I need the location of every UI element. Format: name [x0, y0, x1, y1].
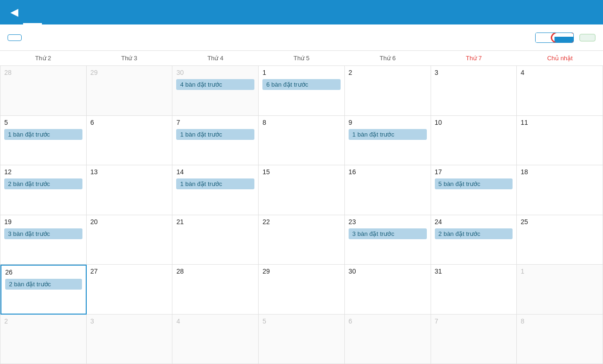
nav-tab-khach-sap-den[interactable]	[61, 0, 80, 24]
calendar-header-Chủ-nhật: Chủ nhật	[517, 51, 603, 65]
week-view-button[interactable]	[536, 33, 554, 42]
calendar-header-Thứ-2: Thứ 2	[0, 51, 86, 65]
day-number: 3	[90, 317, 169, 325]
calendar-cell-week5-day6[interactable]: 8	[517, 315, 603, 364]
calendar-cell-week1-day5[interactable]: 10	[431, 116, 517, 166]
calendar-cell-week1-day1[interactable]: 6	[87, 116, 173, 166]
calendar-cell-week3-day2[interactable]: 21	[172, 215, 259, 265]
day-number: 28	[4, 69, 82, 76]
calendar-container: Thứ 2Thứ 3Thứ 4Thứ 5Thứ 6Thứ 7Chủ nhật 2…	[0, 51, 603, 364]
reservation-badge[interactable]: 5 bàn đặt trước	[435, 178, 513, 189]
calendar-cell-week4-day1[interactable]: 27	[87, 265, 173, 315]
today-button[interactable]	[8, 34, 22, 41]
calendar-cell-week3-day5[interactable]: 242 bàn đặt trước	[431, 215, 517, 265]
calendar-cell-week5-day3[interactable]: 5	[259, 315, 345, 364]
calendar-cell-week1-day3[interactable]: 8	[259, 116, 345, 166]
reservation-badge[interactable]: 1 bàn đặt trước	[349, 129, 427, 140]
calendar-cell-week5-day0[interactable]: 2	[0, 315, 87, 364]
day-number: 1	[521, 267, 599, 275]
calendar-cell-week3-day4[interactable]: 233 bàn đặt trước	[345, 215, 431, 265]
reservation-badge[interactable]: 3 bàn đặt trước	[4, 228, 82, 239]
day-number: 14	[176, 168, 254, 176]
day-number: 21	[176, 218, 254, 226]
day-number: 25	[521, 218, 599, 226]
calendar-cell-week3-day0[interactable]: 193 bàn đặt trước	[0, 215, 87, 265]
calendar-cell-week2-day6[interactable]: 18	[517, 165, 603, 215]
day-number: 26	[5, 268, 82, 276]
calendar-cell-week2-day0[interactable]: 122 bàn đặt trước	[0, 165, 87, 215]
calendar-header: Thứ 2Thứ 3Thứ 4Thứ 5Thứ 6Thứ 7Chủ nhật	[0, 51, 603, 66]
day-number: 29	[90, 69, 169, 76]
month-view-wrapper	[554, 33, 573, 42]
reservation-badge[interactable]: 2 bàn đặt trước	[435, 228, 513, 239]
calendar-cell-week0-day6[interactable]: 4	[517, 66, 603, 116]
day-number: 28	[176, 267, 254, 275]
reservation-badge[interactable]: 2 bàn đặt trước	[4, 178, 82, 189]
reservation-badge[interactable]: 2 bàn đặt trước	[5, 279, 82, 290]
day-number: 4	[176, 317, 254, 325]
view-switcher	[535, 32, 574, 43]
calendar-cell-week1-day6[interactable]: 11	[517, 116, 603, 166]
calendar-cell-week4-day5[interactable]: 31	[431, 265, 517, 315]
add-reservation-button[interactable]	[579, 34, 595, 41]
day-number: 4	[521, 69, 599, 76]
day-number: 27	[90, 267, 169, 275]
calendar-cell-week2-day4[interactable]: 16	[345, 165, 431, 215]
reservation-badge[interactable]: 1 bàn đặt trước	[176, 129, 254, 140]
calendar-cell-week2-day2[interactable]: 141 bàn đặt trước	[172, 165, 259, 215]
calendar-cell-week1-day4[interactable]: 91 bàn đặt trước	[345, 116, 431, 166]
calendar-cell-week4-day3[interactable]: 29	[259, 265, 345, 315]
reservation-badge[interactable]: 1 bàn đặt trước	[4, 129, 82, 140]
calendar-cell-week2-day1[interactable]: 13	[87, 165, 173, 215]
calendar-cell-week0-day1[interactable]: 29	[87, 66, 173, 116]
calendar-cell-week4-day2[interactable]: 28	[172, 265, 259, 315]
day-number: 19	[4, 218, 82, 226]
day-number: 2	[349, 69, 427, 76]
calendar-cell-week5-day2[interactable]: 4	[172, 315, 259, 364]
reservation-badge[interactable]: 1 bàn đặt trước	[176, 178, 254, 189]
nav-tab-cho-xep-ban[interactable]	[42, 0, 61, 24]
calendar-cell-week2-day5[interactable]: 175 bàn đặt trước	[431, 165, 517, 215]
reservation-badge[interactable]: 3 bàn đặt trước	[349, 228, 427, 239]
reservation-badge[interactable]: 4 bàn đặt trước	[176, 79, 254, 90]
calendar-cell-week3-day3[interactable]: 22	[259, 215, 345, 265]
calendar-cell-week5-day5[interactable]: 7	[431, 315, 517, 364]
day-number: 12	[4, 168, 82, 176]
nav-tab-so-dat-cho[interactable]	[23, 0, 42, 24]
back-icon: ◀	[10, 6, 18, 18]
calendar-grid: 2829304 bàn đặt trước16 bàn đặt trước234…	[0, 66, 603, 364]
calendar-header-Thứ-7: Thứ 7	[431, 51, 517, 65]
calendar-cell-week4-day6[interactable]: 1	[517, 265, 603, 315]
calendar-cell-week0-day2[interactable]: 304 bàn đặt trước	[172, 66, 259, 116]
calendar-cell-week3-day6[interactable]: 25	[517, 215, 603, 265]
day-number: 2	[4, 317, 82, 325]
day-number: 29	[262, 267, 341, 275]
day-number: 1	[262, 69, 341, 76]
day-number: 3	[435, 69, 513, 76]
day-number: 24	[435, 218, 513, 226]
calendar-cell-week5-day1[interactable]: 3	[87, 315, 173, 364]
calendar-cell-week3-day1[interactable]: 20	[87, 215, 173, 265]
calendar-cell-week2-day3[interactable]: 15	[259, 165, 345, 215]
calendar-cell-week0-day0[interactable]: 28	[0, 66, 87, 116]
back-button[interactable]: ◀	[6, 4, 23, 20]
reservation-badge[interactable]: 6 bàn đặt trước	[262, 79, 341, 90]
day-number: 17	[435, 168, 513, 176]
day-number: 31	[435, 267, 513, 275]
calendar-cell-week1-day2[interactable]: 71 bàn đặt trước	[172, 116, 259, 166]
day-number: 22	[262, 218, 341, 226]
top-navigation: ◀	[0, 0, 603, 24]
calendar-cell-week4-day0[interactable]: 262 bàn đặt trước	[0, 265, 87, 315]
day-number: 7	[176, 119, 254, 126]
calendar-cell-week5-day4[interactable]: 6	[345, 315, 431, 364]
month-view-button[interactable]	[554, 37, 573, 42]
calendar-cell-week0-day5[interactable]: 3	[431, 66, 517, 116]
calendar-cell-week1-day0[interactable]: 51 bàn đặt trước	[0, 116, 87, 166]
calendar-header-Thứ-6: Thứ 6	[344, 51, 431, 65]
day-number: 30	[349, 267, 427, 275]
calendar-cell-week0-day3[interactable]: 16 bàn đặt trước	[259, 66, 345, 116]
calendar-cell-week0-day4[interactable]: 2	[345, 66, 431, 116]
day-number: 11	[521, 119, 599, 126]
calendar-cell-week4-day4[interactable]: 30	[345, 265, 431, 315]
day-number: 10	[435, 119, 513, 126]
